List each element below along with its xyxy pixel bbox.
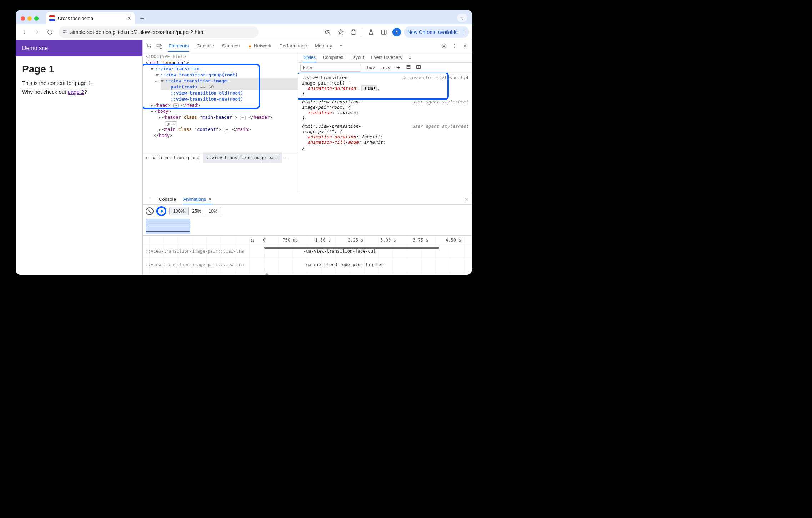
timeline-row-2[interactable]: ::view-transition-image-pair::view-tra -… — [143, 258, 472, 271]
drawer-close[interactable]: ✕ — [465, 197, 470, 202]
warning-icon: ▲ — [247, 43, 252, 49]
side-panel-icon[interactable] — [378, 26, 390, 38]
new-tab-button[interactable]: ＋ — [137, 13, 147, 23]
eye-off-icon[interactable] — [322, 26, 334, 38]
styles-filter-input[interactable] — [300, 64, 361, 72]
dom-tree[interactable]: <!DOCTYPE html> <html lang="en"> ::view-… — [143, 52, 298, 152]
tab-title: Cross fade demo — [58, 16, 93, 21]
update-pill[interactable]: New Chrome available ⋮ — [404, 26, 469, 38]
animation-preview-thumbnail[interactable] — [146, 219, 190, 234]
bookmark-star-icon[interactable] — [335, 26, 346, 38]
rule-inspector[interactable]: 🗎 inspector-stylesheet:4 ::view-transiti… — [302, 75, 468, 96]
tab-computed[interactable]: Computed — [320, 53, 347, 62]
play-pause-button[interactable] — [156, 206, 166, 216]
settings-gear-icon[interactable] — [439, 41, 448, 51]
speed-10[interactable]: 10% — [205, 207, 221, 215]
device-toolbar-icon[interactable] — [155, 41, 164, 51]
svg-rect-2 — [381, 30, 386, 34]
close-animations-tab[interactable]: ✕ — [208, 197, 212, 202]
inspect-element-icon[interactable] — [145, 41, 154, 51]
maximize-window-button[interactable] — [34, 16, 39, 21]
vtold-node[interactable]: ::view-transition-old(root) — [171, 90, 298, 96]
omnibox[interactable]: simple-set-demos.glitch.me/2-slow-cross-… — [59, 26, 259, 38]
timeline-ruler: ↻ 0 750 ms 1.50 s 2.25 s 3.00 s 3.75 s 4… — [143, 236, 472, 244]
minimize-window-button[interactable] — [27, 16, 32, 21]
experiments-flask-icon[interactable] — [365, 26, 377, 38]
separator — [362, 28, 362, 36]
replay-icon[interactable]: ↻ — [251, 237, 254, 243]
vt-node[interactable]: ::view-transition — [151, 66, 298, 72]
timeline-row-1[interactable]: ::view-transition-image-pair::view-tra -… — [143, 244, 472, 258]
tab-memory[interactable]: Memory — [311, 40, 336, 51]
styles-panel: Styles Computed Layout Event Listeners »… — [298, 52, 472, 194]
update-pill-label: New Chrome available — [407, 29, 458, 35]
playhead-icon[interactable] — [265, 273, 268, 275]
crumb-prev[interactable]: ◂ — [143, 155, 149, 160]
crumb-2[interactable]: ::view-transition-image-pair — [203, 152, 282, 163]
svg-rect-9 — [417, 65, 421, 68]
header-node[interactable]: <header class="main-header"> ⋯ </header> — [159, 114, 298, 120]
vtip-node-selected[interactable]: ::view-transition-image- — [161, 78, 298, 84]
drawer-tab-animations[interactable]: Animations ✕ — [180, 194, 215, 204]
svg-point-0 — [64, 30, 65, 31]
main-node[interactable]: <main class="content"> ⋯ </main> — [159, 126, 298, 132]
body-close-node: </body> — [151, 132, 298, 138]
kebab-menu-icon[interactable]: ⋮ — [450, 41, 459, 51]
computed-panel-icon[interactable] — [405, 65, 412, 71]
toggle-sidebar-icon[interactable] — [415, 65, 422, 71]
tab-close-button[interactable]: ✕ — [127, 15, 131, 21]
new-style-rule-button[interactable]: ＋ — [394, 64, 402, 71]
styles-rules[interactable]: 🗎 inspector-stylesheet:4 ::view-transiti… — [298, 73, 472, 154]
head-node[interactable]: <head> ⋯ </head> — [151, 102, 298, 108]
svg-point-3 — [396, 30, 398, 32]
profile-button[interactable] — [391, 26, 402, 38]
tab-performance[interactable]: Performance — [276, 40, 310, 51]
svg-point-7 — [443, 45, 445, 46]
page-link[interactable]: page 2 — [68, 89, 84, 95]
close-window-button[interactable] — [21, 16, 25, 21]
devtools-tabs: Elements Console Sources ▲Network Perfor… — [143, 40, 472, 52]
drawer-tab-console[interactable]: Console — [156, 194, 179, 204]
cls-toggle[interactable]: .cls — [379, 65, 392, 70]
drawer-kebab-icon[interactable]: ⋮ — [145, 196, 155, 203]
speed-25[interactable]: 25% — [189, 207, 205, 215]
tab-console[interactable]: Console — [193, 40, 218, 51]
extensions-icon[interactable] — [348, 26, 359, 38]
html-node[interactable]: <html lang="en"> — [146, 60, 298, 66]
vtip-node-selected-2[interactable]: pair(root) == $0 — [161, 84, 298, 90]
browser-tab[interactable]: Cross fade demo ✕ — [46, 12, 135, 24]
back-button[interactable] — [19, 26, 30, 38]
grid-badge[interactable]: grid — [159, 120, 298, 126]
tab-elements[interactable]: Elements — [165, 40, 192, 51]
tab-network[interactable]: ▲Network — [244, 40, 275, 51]
tab-event-listeners[interactable]: Event Listeners — [368, 53, 405, 62]
site-settings-icon[interactable] — [62, 29, 67, 35]
rule-source-link[interactable]: 🗎 inspector-stylesheet:4 — [402, 75, 468, 80]
styles-toolbar: :hov .cls ＋ — [298, 63, 472, 73]
tab-layout-s[interactable]: Layout — [347, 53, 367, 62]
speed-100[interactable]: 100% — [170, 207, 189, 215]
animations-timeline[interactable]: ↻ 0 750 ms 1.50 s 2.25 s 3.00 s 3.75 s 4… — [143, 235, 472, 275]
crumb-next[interactable]: ▸ — [282, 155, 289, 160]
reload-button[interactable] — [44, 26, 56, 38]
vtg-node[interactable]: ::view-transition-group(root) — [156, 72, 298, 78]
hov-toggle[interactable]: :hov — [363, 65, 376, 70]
styles-tabs-overflow[interactable]: » — [406, 53, 415, 62]
kebab-icon: ⋮ — [461, 29, 466, 35]
crumb-1[interactable]: w-transition-group — [149, 152, 203, 163]
tab-list-button[interactable]: ⌄ — [457, 14, 467, 22]
tab-strip: Cross fade demo ✕ ＋ ⌄ — [16, 10, 472, 24]
tab-sources[interactable]: Sources — [219, 40, 244, 51]
close-devtools-button[interactable]: ✕ — [461, 41, 470, 51]
vtnew-node[interactable]: ::view-transition-new(root) — [171, 96, 298, 102]
rule-value-editable[interactable]: 100ms — [361, 85, 377, 91]
tab-styles[interactable]: Styles — [300, 53, 319, 62]
rule-ua-1[interactable]: user agent stylesheet html::view-transit… — [302, 99, 468, 121]
svg-rect-8 — [407, 65, 410, 68]
body-node[interactable]: <body> — [151, 108, 298, 114]
forward-button[interactable] — [31, 26, 43, 38]
clear-animations-button[interactable] — [146, 207, 154, 215]
rule-ua-2[interactable]: user agent stylesheet html::view-transit… — [302, 123, 468, 150]
doctype-node[interactable]: <!DOCTYPE html> — [146, 54, 298, 60]
tabs-overflow[interactable]: » — [336, 40, 346, 51]
